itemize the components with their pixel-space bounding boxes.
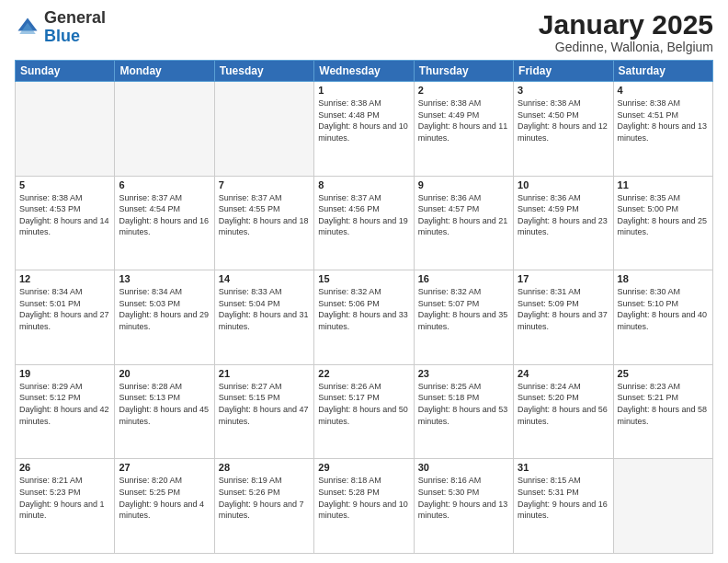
day-info: Sunrise: 8:34 AMSunset: 5:03 PMDaylight:… — [119, 286, 210, 332]
day-cell: 25Sunrise: 8:23 AMSunset: 5:21 PMDayligh… — [613, 364, 712, 459]
day-number: 5 — [19, 179, 110, 190]
day-number: 19 — [19, 368, 110, 379]
day-number: 26 — [19, 462, 110, 473]
weekday-header-monday: Monday — [115, 61, 214, 82]
day-number: 21 — [219, 368, 310, 379]
day-number: 14 — [219, 273, 310, 284]
day-cell: 8Sunrise: 8:37 AMSunset: 4:56 PMDaylight… — [314, 176, 414, 270]
day-info: Sunrise: 8:36 AMSunset: 4:57 PMDaylight:… — [418, 192, 509, 238]
page: General Blue January 2025 Gedinne, Wallo… — [0, 0, 728, 563]
day-info: Sunrise: 8:26 AMSunset: 5:17 PMDaylight:… — [318, 381, 409, 427]
day-cell: 20Sunrise: 8:28 AMSunset: 5:13 PMDayligh… — [115, 364, 214, 459]
calendar-title: January 2025 — [539, 9, 713, 40]
day-info: Sunrise: 8:32 AMSunset: 5:06 PMDaylight:… — [318, 286, 409, 332]
day-number: 8 — [318, 179, 409, 190]
day-info: Sunrise: 8:18 AMSunset: 5:28 PMDaylight:… — [318, 475, 409, 521]
day-cell: 13Sunrise: 8:34 AMSunset: 5:03 PMDayligh… — [115, 270, 214, 365]
day-info: Sunrise: 8:37 AMSunset: 4:56 PMDaylight:… — [318, 192, 409, 238]
day-info: Sunrise: 8:21 AMSunset: 5:23 PMDaylight:… — [19, 475, 110, 521]
day-number: 4 — [618, 85, 709, 96]
day-cell: 15Sunrise: 8:32 AMSunset: 5:06 PMDayligh… — [314, 270, 414, 365]
calendar-subtitle: Gedinne, Wallonia, Belgium — [539, 40, 713, 54]
day-number: 1 — [318, 85, 409, 96]
day-cell: 27Sunrise: 8:20 AMSunset: 5:25 PMDayligh… — [115, 459, 214, 554]
day-number: 6 — [119, 179, 210, 190]
day-info: Sunrise: 8:37 AMSunset: 4:55 PMDaylight:… — [219, 192, 310, 238]
header: General Blue January 2025 Gedinne, Wallo… — [15, 9, 713, 54]
day-number: 28 — [219, 462, 310, 473]
day-info: Sunrise: 8:25 AMSunset: 5:18 PMDaylight:… — [418, 381, 509, 427]
day-info: Sunrise: 8:38 AMSunset: 4:48 PMDaylight:… — [318, 98, 409, 144]
day-info: Sunrise: 8:38 AMSunset: 4:50 PMDaylight:… — [518, 98, 609, 144]
day-cell: 16Sunrise: 8:32 AMSunset: 5:07 PMDayligh… — [414, 270, 513, 365]
weekday-header-tuesday: Tuesday — [214, 61, 313, 82]
logo-general: General — [44, 8, 106, 27]
day-info: Sunrise: 8:32 AMSunset: 5:07 PMDaylight:… — [418, 286, 509, 332]
day-cell: 26Sunrise: 8:21 AMSunset: 5:23 PMDayligh… — [16, 459, 115, 554]
day-info: Sunrise: 8:19 AMSunset: 5:26 PMDaylight:… — [219, 475, 310, 521]
day-number: 13 — [119, 273, 210, 284]
day-number: 24 — [518, 368, 609, 379]
week-row-1: 1Sunrise: 8:38 AMSunset: 4:48 PMDaylight… — [16, 82, 713, 177]
day-info: Sunrise: 8:29 AMSunset: 5:12 PMDaylight:… — [19, 381, 110, 427]
day-info: Sunrise: 8:30 AMSunset: 5:10 PMDaylight:… — [618, 286, 709, 332]
day-cell: 17Sunrise: 8:31 AMSunset: 5:09 PMDayligh… — [514, 270, 613, 365]
day-info: Sunrise: 8:15 AMSunset: 5:31 PMDaylight:… — [518, 475, 609, 521]
day-cell: 14Sunrise: 8:33 AMSunset: 5:04 PMDayligh… — [214, 270, 313, 365]
day-number: 23 — [418, 368, 509, 379]
day-number: 2 — [418, 85, 509, 96]
day-number: 25 — [618, 368, 709, 379]
weekday-header-wednesday: Wednesday — [314, 61, 414, 82]
calendar-table: SundayMondayTuesdayWednesdayThursdayFrid… — [15, 60, 713, 554]
day-number: 3 — [518, 85, 609, 96]
day-number: 11 — [618, 179, 709, 190]
weekday-header-sunday: Sunday — [16, 61, 115, 82]
day-cell: 19Sunrise: 8:29 AMSunset: 5:12 PMDayligh… — [16, 364, 115, 459]
day-info: Sunrise: 8:16 AMSunset: 5:30 PMDaylight:… — [418, 475, 509, 521]
day-cell: 4Sunrise: 8:38 AMSunset: 4:51 PMDaylight… — [613, 82, 712, 177]
logo-text: General Blue — [44, 9, 106, 46]
week-row-3: 12Sunrise: 8:34 AMSunset: 5:01 PMDayligh… — [16, 270, 713, 365]
day-number: 29 — [318, 462, 409, 473]
logo-blue: Blue — [44, 27, 80, 45]
day-number: 30 — [418, 462, 509, 473]
day-info: Sunrise: 8:28 AMSunset: 5:13 PMDaylight:… — [119, 381, 210, 427]
day-cell — [16, 82, 115, 177]
day-cell: 18Sunrise: 8:30 AMSunset: 5:10 PMDayligh… — [613, 270, 712, 365]
day-cell — [115, 82, 214, 177]
week-row-5: 26Sunrise: 8:21 AMSunset: 5:23 PMDayligh… — [16, 459, 713, 554]
day-number: 31 — [518, 462, 609, 473]
week-row-2: 5Sunrise: 8:38 AMSunset: 4:53 PMDaylight… — [16, 176, 713, 270]
day-info: Sunrise: 8:36 AMSunset: 4:59 PMDaylight:… — [518, 192, 609, 238]
day-cell: 3Sunrise: 8:38 AMSunset: 4:50 PMDaylight… — [514, 82, 613, 177]
day-number: 12 — [19, 273, 110, 284]
day-info: Sunrise: 8:38 AMSunset: 4:53 PMDaylight:… — [19, 192, 110, 238]
day-cell: 12Sunrise: 8:34 AMSunset: 5:01 PMDayligh… — [16, 270, 115, 365]
logo: General Blue — [15, 9, 106, 46]
day-cell: 1Sunrise: 8:38 AMSunset: 4:48 PMDaylight… — [314, 82, 414, 177]
weekday-header-friday: Friday — [514, 61, 613, 82]
day-cell: 10Sunrise: 8:36 AMSunset: 4:59 PMDayligh… — [514, 176, 613, 270]
day-number: 22 — [318, 368, 409, 379]
day-cell — [613, 459, 712, 554]
day-info: Sunrise: 8:23 AMSunset: 5:21 PMDaylight:… — [618, 381, 709, 427]
day-cell: 28Sunrise: 8:19 AMSunset: 5:26 PMDayligh… — [214, 459, 313, 554]
day-cell: 11Sunrise: 8:35 AMSunset: 5:00 PMDayligh… — [613, 176, 712, 270]
weekday-header-saturday: Saturday — [613, 61, 712, 82]
day-cell: 9Sunrise: 8:36 AMSunset: 4:57 PMDaylight… — [414, 176, 513, 270]
day-number: 10 — [518, 179, 609, 190]
day-info: Sunrise: 8:27 AMSunset: 5:15 PMDaylight:… — [219, 381, 310, 427]
day-number: 16 — [418, 273, 509, 284]
title-block: January 2025 Gedinne, Wallonia, Belgium — [539, 9, 713, 54]
day-number: 17 — [518, 273, 609, 284]
day-info: Sunrise: 8:34 AMSunset: 5:01 PMDaylight:… — [19, 286, 110, 332]
day-info: Sunrise: 8:37 AMSunset: 4:54 PMDaylight:… — [119, 192, 210, 238]
day-cell: 21Sunrise: 8:27 AMSunset: 5:15 PMDayligh… — [214, 364, 313, 459]
day-cell: 2Sunrise: 8:38 AMSunset: 4:49 PMDaylight… — [414, 82, 513, 177]
day-cell: 24Sunrise: 8:24 AMSunset: 5:20 PMDayligh… — [514, 364, 613, 459]
day-cell: 30Sunrise: 8:16 AMSunset: 5:30 PMDayligh… — [414, 459, 513, 554]
day-cell: 7Sunrise: 8:37 AMSunset: 4:55 PMDaylight… — [214, 176, 313, 270]
day-cell — [214, 82, 313, 177]
day-cell: 22Sunrise: 8:26 AMSunset: 5:17 PMDayligh… — [314, 364, 414, 459]
day-number: 7 — [219, 179, 310, 190]
